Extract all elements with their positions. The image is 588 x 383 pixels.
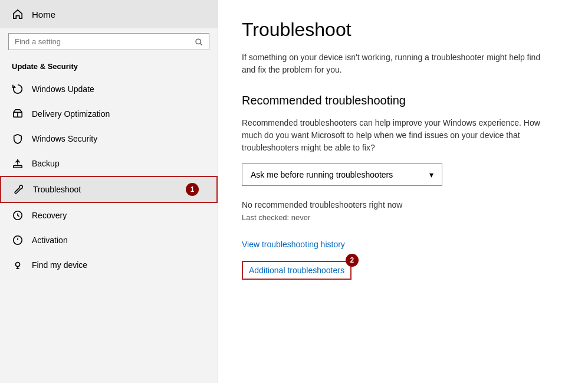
activation-icon [12, 234, 24, 246]
svg-point-7 [15, 263, 19, 267]
sidebar: Home Update & Security Windows Update [0, 0, 218, 383]
chevron-down-icon: ▾ [429, 170, 433, 179]
dropdown-value: Ask me before running troubleshooters [251, 170, 393, 179]
search-box[interactable] [8, 33, 209, 50]
search-icon [195, 38, 203, 46]
sidebar-item-backup[interactable]: Backup [0, 151, 218, 176]
last-checked-text: Last checked: never [242, 213, 564, 222]
sidebar-item-label: Windows Update [32, 84, 94, 94]
home-icon [12, 8, 24, 20]
sidebar-item-label: Troubleshoot [33, 185, 81, 194]
find-icon [12, 259, 24, 271]
sidebar-item-windows-security[interactable]: Windows Security [0, 126, 218, 151]
sidebar-item-recovery[interactable]: Recovery [0, 203, 218, 228]
wrench-icon [13, 184, 25, 195]
backup-icon [12, 158, 24, 169]
recovery-icon [12, 209, 24, 221]
sidebar-item-label: Windows Security [32, 134, 97, 143]
delivery-icon [12, 108, 24, 120]
sidebar-item-label: Backup [32, 159, 60, 168]
svg-point-0 [196, 39, 201, 44]
sidebar-item-delivery-optimization[interactable]: Delivery Optimization [0, 102, 218, 126]
sidebar-item-troubleshoot[interactable]: Troubleshoot 1 [0, 176, 218, 203]
update-icon [12, 83, 24, 95]
troubleshoot-dropdown-container: Ask me before running troubleshooters ▾ [242, 163, 564, 186]
additional-troubleshooters-link[interactable]: Additional troubleshooters [242, 261, 352, 280]
sidebar-item-label: Recovery [32, 211, 67, 220]
additional-troubleshooters-badge: 2 [346, 254, 359, 267]
troubleshoot-dropdown[interactable]: Ask me before running troubleshooters ▾ [242, 163, 442, 186]
recommended-section-title: Recommended troubleshooting [242, 94, 564, 107]
sidebar-section-title: Update & Security [0, 60, 218, 77]
main-content: Troubleshoot If something on your device… [218, 0, 588, 383]
sidebar-item-windows-update[interactable]: Windows Update [0, 77, 218, 102]
sidebar-item-home[interactable]: Home [0, 0, 218, 28]
shield-icon [12, 133, 24, 145]
troubleshoot-badge: 1 [186, 183, 199, 196]
svg-line-1 [200, 43, 202, 45]
page-title: Troubleshoot [242, 19, 564, 41]
view-history-link[interactable]: View troubleshooting history [242, 240, 564, 249]
home-label: Home [32, 9, 55, 19]
additional-troubleshooters-container: Additional troubleshooters 2 [242, 261, 352, 280]
page-description: If something on your device isn't workin… [242, 51, 548, 76]
sidebar-item-label: Activation [32, 235, 68, 245]
search-input[interactable] [15, 37, 190, 46]
svg-rect-4 [14, 166, 22, 168]
sidebar-item-label: Delivery Optimization [32, 109, 110, 119]
no-troubleshooters-text: No recommended troubleshooters right now [242, 200, 564, 209]
sidebar-item-activation[interactable]: Activation [0, 228, 218, 253]
sidebar-item-find-my-device[interactable]: Find my device [0, 253, 218, 277]
recommended-description: Recommended troubleshooters can help imp… [242, 117, 548, 154]
sidebar-item-label: Find my device [32, 260, 87, 270]
